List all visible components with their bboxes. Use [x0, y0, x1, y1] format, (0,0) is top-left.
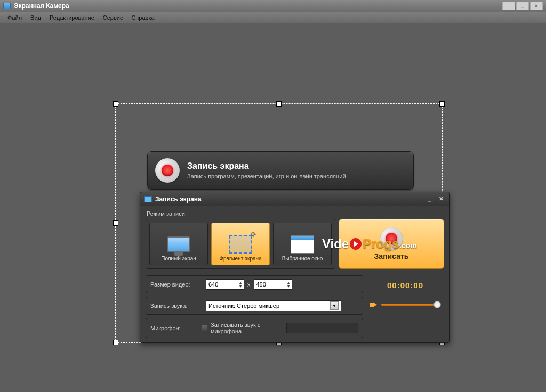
- close-button[interactable]: ×: [530, 2, 543, 10]
- mic-label: Микрофон:: [150, 325, 202, 331]
- menu-service[interactable]: Сервис: [99, 13, 127, 22]
- menu-file[interactable]: Файл: [3, 13, 26, 22]
- handle-nw[interactable]: [113, 101, 118, 107]
- dialog-title: Запись экрана: [155, 195, 202, 203]
- handle-ne[interactable]: [439, 101, 445, 107]
- menu-view[interactable]: Вид: [26, 13, 45, 22]
- monitor-icon: [167, 236, 190, 252]
- volume-slider[interactable]: [381, 304, 438, 306]
- mode-fullscreen-label: Полный экран: [161, 256, 196, 262]
- mic-level: [286, 323, 358, 333]
- mode-window[interactable]: Выбранное окно: [273, 223, 332, 265]
- fragment-icon: [229, 235, 252, 254]
- mode-fullscreen[interactable]: Полный экран: [149, 223, 208, 265]
- sound-source-combo[interactable]: Источник: Стерео микшер ▼: [206, 300, 341, 311]
- sound-label: Запись звука:: [150, 303, 206, 309]
- height-value: 450: [256, 281, 266, 288]
- width-value: 640: [208, 281, 218, 288]
- mode-window-label: Выбранное окно: [282, 256, 323, 262]
- window-title: Экранная Камера: [14, 2, 69, 10]
- record-button-icon: [380, 227, 403, 250]
- menu-help[interactable]: Справка: [127, 13, 158, 22]
- record-dialog: Запись экрана _ ✕ Режим записи: Полный э…: [140, 192, 450, 343]
- chevron-down-icon[interactable]: ▼: [330, 301, 339, 310]
- height-spinner[interactable]: ▴▾: [287, 281, 290, 288]
- maximize-button[interactable]: □: [516, 2, 529, 10]
- size-label: Размер видео:: [150, 281, 206, 288]
- timer: 00:00:00: [387, 281, 423, 290]
- volume-row: [373, 302, 438, 307]
- record-banner: Запись экрана Запись программ, презентац…: [147, 151, 414, 190]
- mic-checkbox[interactable]: [202, 325, 207, 331]
- dimension-separator: x: [247, 281, 251, 288]
- dialog-icon: [144, 196, 152, 202]
- menubar: Файл Вид Редактирование Сервис Справка: [0, 12, 546, 23]
- size-row: Размер видео: 640 ▴▾ x 450 ▴▾: [146, 275, 363, 293]
- dialog-close-button[interactable]: ✕: [437, 195, 445, 203]
- banner-subtitle: Запись программ, презентаций, игр и он-л…: [187, 173, 346, 179]
- mode-fragment-label: Фрагмент экрана: [219, 256, 261, 262]
- app-icon: [3, 3, 11, 9]
- minimize-button[interactable]: _: [502, 2, 515, 10]
- menu-edit[interactable]: Редактирование: [45, 13, 99, 22]
- volume-slider-thumb[interactable]: [433, 301, 441, 308]
- mic-checkbox-label: Записывать звук с микрофона: [211, 322, 286, 334]
- handle-sw[interactable]: [113, 340, 118, 345]
- speaker-icon: [373, 302, 377, 307]
- handle-w[interactable]: [113, 220, 118, 226]
- dialog-minimize-button[interactable]: _: [425, 195, 433, 203]
- handle-n[interactable]: [276, 101, 282, 107]
- sound-row: Запись звука: Источник: Стерео микшер ▼: [146, 297, 363, 315]
- record-button[interactable]: Записать: [339, 219, 444, 269]
- mode-group: Полный экран Фрагмент экрана Выбранное о…: [146, 219, 335, 269]
- sound-source-value: Источник: Стерео микшер: [208, 303, 279, 309]
- record-dot-icon: [155, 158, 180, 183]
- mode-label: Режим записи:: [147, 210, 444, 217]
- width-input[interactable]: 640 ▴▾: [206, 279, 244, 290]
- width-spinner[interactable]: ▴▾: [239, 281, 242, 288]
- workspace: Запись экрана Запись программ, презентац…: [0, 23, 546, 392]
- dialog-titlebar[interactable]: Запись экрана _ ✕: [140, 192, 449, 206]
- window-icon: [291, 235, 314, 254]
- banner-title: Запись экрана: [187, 161, 346, 171]
- record-button-label: Записать: [374, 252, 409, 260]
- mic-row: Микрофон: Записывать звук с микрофона: [146, 318, 363, 338]
- titlebar: Экранная Камера _ □ ×: [0, 0, 546, 12]
- height-input[interactable]: 450 ▴▾: [254, 279, 292, 290]
- mode-fragment[interactable]: Фрагмент экрана: [211, 223, 270, 265]
